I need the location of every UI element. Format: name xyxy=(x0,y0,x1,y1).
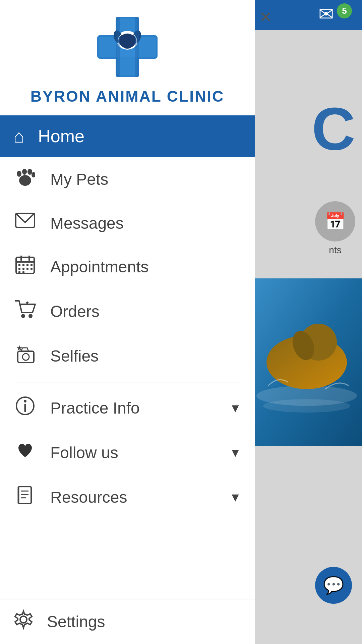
nav-follow-us[interactable]: Follow us ▼ xyxy=(0,430,255,475)
settings-icon xyxy=(13,609,34,634)
svg-point-19 xyxy=(17,171,21,177)
resources-label: Resources xyxy=(50,488,213,506)
nav-settings[interactable]: Settings xyxy=(0,599,255,644)
nav-orders[interactable]: ★ Orders xyxy=(0,289,255,334)
fab-button[interactable]: 💬 xyxy=(315,567,352,604)
nav-selfies[interactable]: ★ Selfies xyxy=(0,334,255,378)
message-icon: ✉ xyxy=(318,4,334,24)
svg-point-23 xyxy=(19,175,31,186)
svg-rect-31 xyxy=(26,264,28,266)
menu-divider xyxy=(13,382,241,382)
svg-point-15 xyxy=(123,41,132,49)
orders-label: Orders xyxy=(50,302,100,321)
svg-point-20 xyxy=(22,169,27,175)
home-icon: ⌂ xyxy=(13,125,24,147)
dog-image xyxy=(251,278,362,446)
resources-arrow: ▼ xyxy=(229,490,241,504)
fab-icon: 💬 xyxy=(323,576,344,595)
svg-rect-48 xyxy=(18,487,31,503)
nav-resources[interactable]: Resources ▼ xyxy=(0,475,255,520)
my-pets-label: My Pets xyxy=(50,170,108,189)
svg-rect-43 xyxy=(18,351,34,363)
logo-container xyxy=(94,13,161,80)
practice-info-arrow: ▼ xyxy=(229,401,241,415)
follow-us-label: Follow us xyxy=(50,443,213,462)
svg-text:★: ★ xyxy=(25,300,29,305)
settings-label: Settings xyxy=(47,612,105,631)
info-circle-icon xyxy=(13,396,37,420)
clinic-logo xyxy=(94,13,161,80)
svg-rect-36 xyxy=(31,268,33,270)
envelope-icon xyxy=(13,212,37,234)
svg-point-46 xyxy=(24,400,26,402)
navigation-drawer: BYRON ANIMAL CLINIC ⌂ Home My Pets Messa… xyxy=(0,0,255,644)
svg-rect-30 xyxy=(22,264,24,266)
paw-icon xyxy=(13,167,37,192)
nav-messages[interactable]: Messages xyxy=(0,202,255,245)
clinic-name: BYRON ANIMAL CLINIC xyxy=(31,87,224,105)
book-icon xyxy=(13,485,37,509)
svg-rect-33 xyxy=(18,268,20,270)
svg-point-22 xyxy=(32,172,35,177)
svg-rect-37 xyxy=(18,271,20,273)
nav-home[interactable]: ⌂ Home xyxy=(0,115,255,157)
messages-label: Messages xyxy=(50,214,124,232)
logo-area: BYRON ANIMAL CLINIC xyxy=(0,0,255,115)
nav-appointments[interactable]: Appointments xyxy=(0,245,255,289)
nav-my-pets[interactable]: My Pets xyxy=(0,157,255,202)
svg-point-39 xyxy=(21,314,25,318)
svg-rect-29 xyxy=(18,264,20,266)
svg-point-40 xyxy=(28,314,33,318)
messages-button[interactable]: ✉ 5 xyxy=(318,3,352,30)
svg-point-44 xyxy=(22,354,29,360)
right-panel-letter: C xyxy=(312,94,355,163)
svg-point-2 xyxy=(263,399,350,413)
svg-rect-34 xyxy=(22,268,24,270)
camera-star-icon: ★ xyxy=(13,344,37,368)
schedule-button[interactable]: 📅 xyxy=(315,201,355,241)
svg-rect-18 xyxy=(135,17,139,77)
svg-point-53 xyxy=(20,616,27,623)
practice-info-label: Practice Info xyxy=(50,399,213,417)
calendar-icon xyxy=(13,255,37,279)
svg-rect-17 xyxy=(116,17,120,77)
selfies-label: Selfies xyxy=(50,347,99,365)
close-button[interactable]: × xyxy=(260,5,272,28)
nav-practice-info[interactable]: Practice Info ▼ xyxy=(0,386,255,430)
svg-rect-35 xyxy=(26,268,28,270)
cart-icon: ★ xyxy=(13,299,37,324)
svg-rect-38 xyxy=(22,271,24,273)
heart-icon xyxy=(13,440,37,465)
home-label: Home xyxy=(38,126,84,146)
calendar-icon: 📅 xyxy=(325,212,346,231)
follow-us-arrow: ▼ xyxy=(229,446,241,460)
svg-rect-32 xyxy=(31,264,33,266)
appointments-label: Appointments xyxy=(50,258,149,276)
svg-point-21 xyxy=(27,169,32,175)
schedule-label: nts xyxy=(312,245,359,256)
message-badge: 5 xyxy=(337,3,352,18)
